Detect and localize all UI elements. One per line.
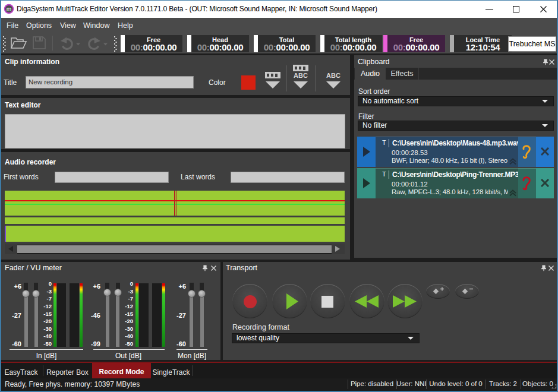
svg-text:ABC: ABC	[294, 72, 308, 79]
svg-text:m: m	[7, 6, 12, 12]
svg-text:ABC: ABC	[326, 72, 341, 79]
